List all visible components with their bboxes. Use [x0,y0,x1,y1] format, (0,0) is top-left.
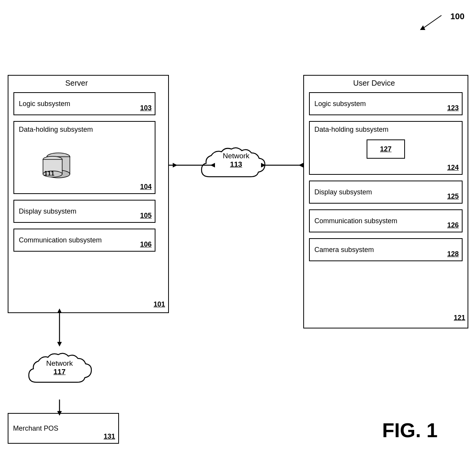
user-logic-ref: 123 [447,104,459,112]
server-logic-ref: 103 [140,104,152,112]
server-data-holding-label: Data-holding subsystem [19,126,93,133]
user-camera-label: Camera subsystem [314,246,374,254]
user-comm-box: Communication subsystem 126 [309,209,463,232]
network-113-ref: 113 [223,160,250,169]
server-data-holding-ref: 104 [140,183,152,191]
user-camera-ref: 128 [447,250,459,258]
network-117-area: Network 117 [21,342,98,400]
arrow-100-icon [415,12,445,31]
server-display-ref: 105 [140,212,152,220]
network-113-label: Network [223,152,250,160]
server-comm-ref: 106 [140,240,152,249]
merchant-pos-label: Merchant POS [13,425,58,433]
server-data-holding-box: Data-holding subsystem 104 111 [13,121,155,194]
user-logic-label: Logic subsystem [314,100,366,108]
server-ref: 101 [154,300,165,308]
network-117-label: Network [46,359,73,368]
diagram: 100 Server Logic subsystem 103 Data-hold… [0,0,476,461]
server-logic-subsystem-box: Logic subsystem 103 [13,92,155,115]
user-display-box: Display subsystem 125 [309,181,463,204]
merchant-pos-box: Merchant POS 131 [8,413,119,444]
server-display-label: Display subsystem [19,207,76,216]
user-data-inner-ref: 127 [380,145,392,153]
network-113-area: Network 113 [173,134,299,196]
user-display-label: Display subsystem [314,188,372,196]
server-data-holding-inner-ref: 111 [44,170,55,177]
network-117-ref: 117 [46,368,73,376]
figure-ref-100: 100 [450,12,464,22]
user-device-ref: 121 [454,314,465,322]
server-comm-box: Communication subsystem 106 [13,229,155,252]
merchant-pos-ref: 131 [104,433,115,441]
user-data-holding-label: Data-holding subsystem [314,126,388,133]
user-data-holding-ref: 124 [447,164,459,172]
server-comm-label: Communication subsystem [19,236,102,244]
user-comm-label: Communication subsystem [314,217,397,225]
user-device-title: User Device [353,79,395,88]
server-logic-label: Logic subsystem [19,100,70,108]
server-display-box: Display subsystem 105 [13,200,155,223]
figure-caption: FIG. 1 [382,419,438,442]
user-logic-box: Logic subsystem 123 [309,92,463,115]
user-data-holding-box: Data-holding subsystem 127 124 [309,121,463,175]
user-comm-ref: 126 [447,221,459,229]
database-icon [37,147,76,182]
user-camera-box: Camera subsystem 128 [309,238,463,261]
server-title: Server [65,79,88,88]
svg-line-0 [422,15,441,29]
user-display-ref: 125 [447,192,459,201]
